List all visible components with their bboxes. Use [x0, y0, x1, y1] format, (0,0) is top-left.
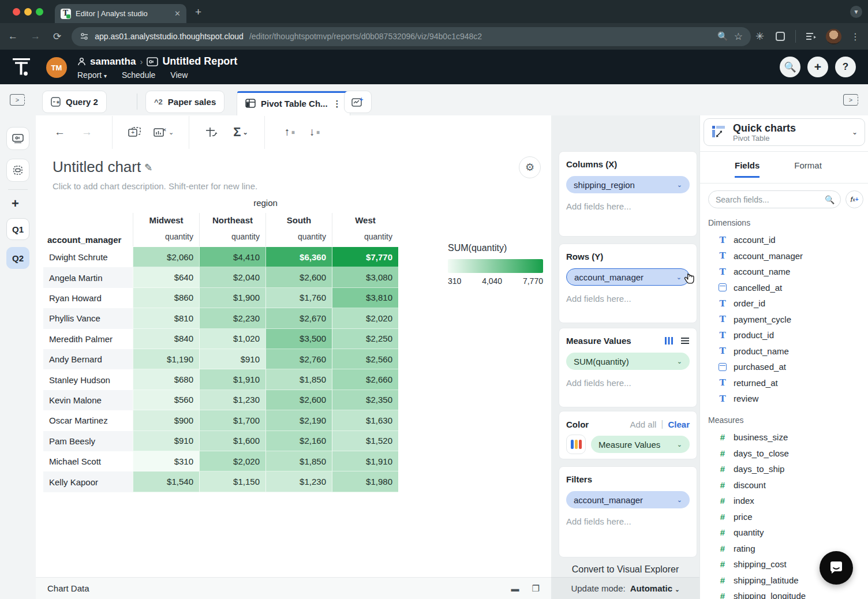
pivot-value-cell[interactable]: $4,410: [199, 247, 265, 267]
maximize-window-button[interactable]: [36, 8, 43, 16]
chevron-down-icon[interactable]: ⌄: [677, 441, 682, 448]
pivot-value-cell[interactable]: $1,980: [332, 471, 398, 492]
media-controls-icon[interactable]: [805, 32, 817, 41]
measure-item-index[interactable]: #index: [700, 493, 868, 509]
sort-ascending-icon[interactable]: ↑≡: [285, 126, 294, 138]
pivot-value-cell[interactable]: $2,040: [199, 267, 265, 287]
minimize-window-button[interactable]: [24, 8, 32, 16]
new-tab-icon[interactable]: +: [195, 6, 201, 18]
extensions-icon[interactable]: [776, 32, 785, 41]
convert-to-visual-explorer-button[interactable]: Convert to Visual Explorer: [551, 564, 699, 575]
measure-item-price[interactable]: #price: [700, 509, 868, 525]
tab-format[interactable]: Format: [794, 160, 822, 178]
pivot-row-name[interactable]: Kelly Kapoor: [43, 471, 133, 492]
menu-view[interactable]: View: [170, 70, 188, 80]
tab-options-kebab-icon[interactable]: ⋮: [333, 102, 342, 105]
measure-item-shipping_longitude[interactable]: #shipping_longitude: [700, 588, 868, 599]
tab-fields[interactable]: Fields: [735, 160, 760, 178]
rows-add-fields[interactable]: Add fields here...: [566, 294, 690, 304]
clear-link[interactable]: Clear: [668, 420, 690, 429]
chat-help-button[interactable]: [820, 551, 853, 585]
color-palette-icon[interactable]: [566, 435, 586, 454]
pivot-row-name[interactable]: Kevin Malone: [43, 390, 133, 410]
pivot-column-header[interactable]: Northeast quantity: [199, 213, 265, 246]
pivot-value-cell[interactable]: $2,020: [199, 451, 265, 471]
list-layout-icon[interactable]: [680, 337, 690, 345]
pivot-value-cell[interactable]: $1,630: [332, 410, 398, 430]
browser-menu-kebab-icon[interactable]: ⋮: [851, 31, 860, 42]
pivot-row-name[interactable]: Pam Beesly: [43, 431, 133, 451]
chart-description[interactable]: Click to add chart description. Shift-en…: [53, 181, 257, 191]
rail-q2-button[interactable]: Q2: [6, 247, 29, 269]
pivot-value-cell[interactable]: $910: [199, 349, 265, 369]
chevron-down-icon[interactable]: ⌄: [676, 274, 682, 281]
pivot-value-cell[interactable]: $1,190: [133, 349, 199, 369]
pivot-value-cell[interactable]: $310: [133, 451, 199, 471]
pivot-value-cell[interactable]: $2,670: [265, 308, 332, 328]
report-title[interactable]: Untitled Report: [162, 55, 237, 68]
dimension-item-account_name[interactable]: Taccount_name: [700, 264, 868, 280]
swap-axes-icon[interactable]: [205, 126, 218, 138]
pivot-value-cell[interactable]: $3,500: [265, 329, 332, 349]
bookmark-star-icon[interactable]: ☆: [734, 31, 743, 43]
chevron-down-icon[interactable]: ⌄: [852, 128, 858, 136]
pivot-value-cell[interactable]: $640: [133, 267, 199, 287]
color-field-pill[interactable]: Measure Values⌄: [591, 436, 690, 453]
pivot-column-header[interactable]: South quantity: [265, 213, 332, 246]
measure-item-days_to_close[interactable]: #days_to_close: [700, 445, 868, 462]
zoom-page-icon[interactable]: 🔍: [717, 31, 728, 42]
pivot-value-cell[interactable]: $2,230: [199, 308, 265, 328]
reading-mode-icon[interactable]: ✳: [755, 30, 764, 43]
pivot-row-name[interactable]: Phyllis Vance: [43, 308, 133, 328]
browser-tab[interactable]: Editor | Analyst studio ✕: [55, 4, 186, 23]
measure-field-pill[interactable]: SUM(quantity)⌄: [566, 353, 690, 370]
thoughtspot-logo[interactable]: [13, 58, 30, 76]
pivot-row-name[interactable]: Andy Bernard: [43, 349, 133, 369]
dimension-item-returned_at[interactable]: Treturned_at: [700, 375, 868, 391]
dimension-item-payment_cycle[interactable]: Tpayment_cycle: [700, 312, 868, 328]
pivot-value-cell[interactable]: $2,190: [265, 410, 332, 430]
pivot-value-cell[interactable]: $1,230: [265, 471, 332, 492]
pivot-value-cell[interactable]: $2,660: [332, 369, 398, 390]
tab-search-chevron-icon[interactable]: ▼: [850, 6, 862, 18]
pivot-row-name[interactable]: Michael Scott: [43, 451, 133, 471]
help-button[interactable]: ?: [835, 57, 856, 77]
chart-title[interactable]: Untitled chart: [53, 158, 141, 176]
minimize-panel-icon[interactable]: ▬: [511, 584, 519, 593]
pivot-value-cell[interactable]: $560: [133, 390, 199, 410]
dimension-item-product_id[interactable]: Tproduct_id: [700, 327, 868, 343]
chart-settings-gear-icon[interactable]: ⚙: [519, 156, 541, 178]
add-formula-button[interactable]: fx+: [845, 190, 863, 208]
measure-item-discount[interactable]: #discount: [700, 477, 868, 493]
pivot-value-cell[interactable]: $1,540: [133, 471, 199, 492]
pivot-value-cell[interactable]: $1,600: [199, 431, 265, 451]
pivot-value-cell[interactable]: $1,150: [199, 471, 265, 492]
pivot-value-cell[interactable]: $810: [133, 308, 199, 328]
pivot-value-cell[interactable]: $860: [133, 288, 199, 308]
dimension-item-review[interactable]: Treview: [700, 391, 868, 407]
pivot-value-cell[interactable]: $2,760: [265, 349, 332, 369]
dimension-item-account_manager[interactable]: Taccount_manager: [700, 248, 868, 264]
chevron-down-icon[interactable]: ⌄: [677, 358, 682, 365]
dimension-item-cancelled_at[interactable]: cancelled_at: [700, 280, 868, 296]
address-bar[interactable]: app.as01.analyststudio.thoughtspot.cloud…: [72, 27, 751, 46]
pivot-value-cell[interactable]: $840: [133, 329, 199, 349]
dimension-item-order_id[interactable]: Torder_id: [700, 295, 868, 312]
pivot-value-cell[interactable]: $2,020: [332, 308, 398, 328]
tab-pivot-table-chart[interactable]: Pivot Table Ch... ⋮: [237, 91, 350, 115]
pivot-value-cell[interactable]: $1,910: [332, 451, 398, 471]
pivot-row-name[interactable]: Angela Martin: [43, 267, 133, 287]
tab-paper-sales[interactable]: ^2 Paper sales: [145, 91, 225, 113]
chevron-down-icon[interactable]: ⌄: [169, 129, 174, 136]
rail-add-query-button[interactable]: +: [12, 196, 19, 211]
pivot-value-cell[interactable]: $1,520: [332, 431, 398, 451]
pivot-column-header[interactable]: Midwest quantity: [133, 213, 199, 246]
pivot-value-cell[interactable]: $1,230: [199, 390, 265, 410]
dimension-item-product_name[interactable]: Tproduct_name: [700, 343, 868, 360]
measure-item-days_to_ship[interactable]: #days_to_ship: [700, 461, 868, 477]
pivot-column-header[interactable]: West quantity: [332, 213, 398, 246]
search-fields-input[interactable]: [716, 195, 820, 204]
measure-add-fields[interactable]: Add fields here...: [566, 378, 690, 388]
site-settings-icon[interactable]: [80, 32, 89, 41]
pivot-value-cell[interactable]: $1,850: [265, 451, 332, 471]
